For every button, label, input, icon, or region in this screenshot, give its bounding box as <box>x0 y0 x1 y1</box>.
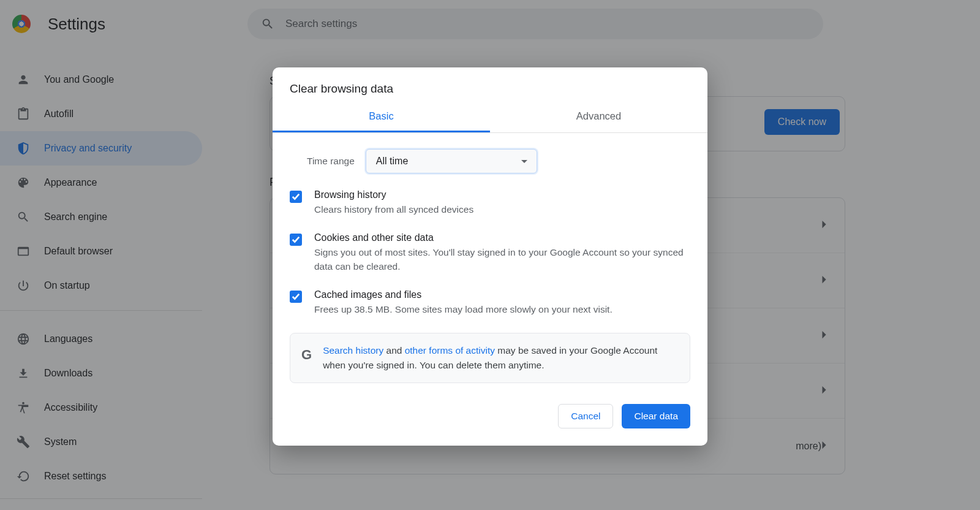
caret-down-icon <box>521 156 528 167</box>
time-range-value: All time <box>376 156 408 166</box>
checkbox-cookies[interactable] <box>290 234 302 246</box>
tab-basic[interactable]: Basic <box>273 101 490 132</box>
checkbox-desc: Clears history from all synced devices <box>314 203 473 216</box>
google-g-icon: G <box>301 343 312 373</box>
account-notice: G Search history and other forms of acti… <box>290 333 690 383</box>
other-activity-link[interactable]: other forms of activity <box>405 345 495 356</box>
clear-data-button[interactable]: Clear data <box>622 404 690 428</box>
modal-overlay: Clear browsing data Basic Advanced Time … <box>0 0 980 510</box>
checkbox-title: Cached images and files <box>314 289 612 300</box>
tab-advanced[interactable]: Advanced <box>490 101 707 132</box>
checkbox-browsing-history[interactable] <box>290 191 302 203</box>
time-range-label: Time range <box>307 156 355 167</box>
checkbox-desc: Signs you out of most sites. You'll stay… <box>314 246 690 273</box>
time-range-select[interactable]: All time <box>366 149 537 173</box>
clear-browsing-data-dialog: Clear browsing data Basic Advanced Time … <box>273 67 707 446</box>
dialog-title: Clear browsing data <box>273 67 707 101</box>
notice-text: Search history and other forms of activi… <box>323 343 679 373</box>
checkbox-title: Cookies and other site data <box>314 232 690 243</box>
checkbox-desc: Frees up 38.5 MB. Some sites may load mo… <box>314 303 612 316</box>
cancel-button[interactable]: Cancel <box>558 404 613 428</box>
checkbox-cache[interactable] <box>290 291 302 303</box>
checkbox-title: Browsing history <box>314 189 473 200</box>
dialog-tabs: Basic Advanced <box>273 101 707 133</box>
search-history-link[interactable]: Search history <box>323 345 383 356</box>
